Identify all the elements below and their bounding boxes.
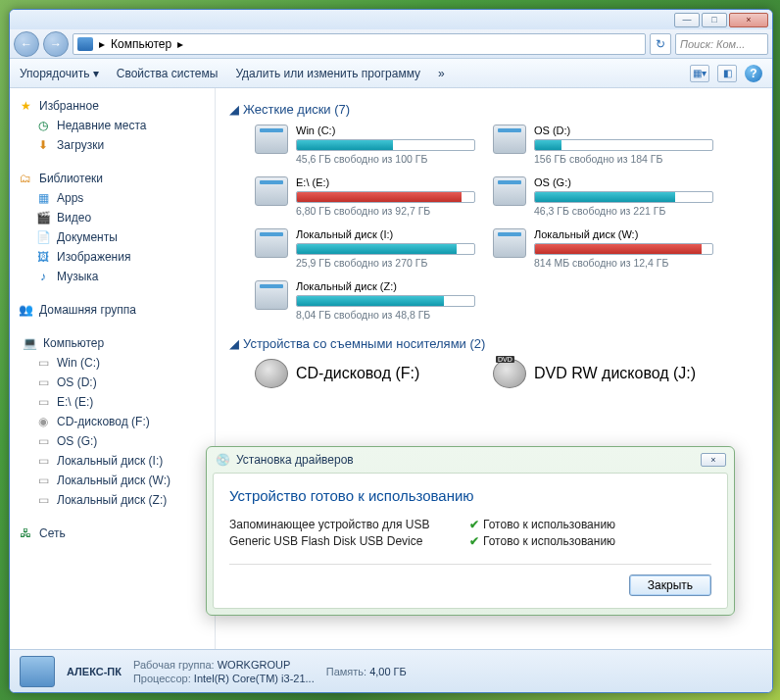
hdd-icon [493, 228, 526, 258]
removable-name: DVD RW дисковод (J:) [534, 365, 696, 382]
refresh-button[interactable]: ↻ [650, 33, 671, 55]
drive-freespace: 45,6 ГБ свободно из 100 ГБ [296, 153, 475, 165]
popup-close-button[interactable]: × [701, 453, 726, 467]
toolbar-overflow[interactable]: » [438, 67, 445, 80]
back-button[interactable]: ← [14, 31, 39, 57]
sidebar-downloads[interactable]: ⬇Загрузки [18, 135, 215, 155]
drive-item[interactable]: OS (D:)156 ГБ свободно из 184 ГБ [493, 125, 713, 165]
check-icon: ✔ [469, 534, 479, 548]
drive-name: E:\ (E:) [296, 176, 475, 188]
sidebar-apps[interactable]: ▦Apps [18, 188, 215, 208]
breadcrumb-sep: ▸ [177, 37, 183, 51]
toolbar: Упорядочить ▾ Свойства системы Удалить и… [10, 59, 772, 88]
organize-menu[interactable]: Упорядочить ▾ [20, 67, 99, 80]
forward-button[interactable]: → [43, 31, 69, 57]
libraries-icon: 🗂 [18, 171, 33, 186]
uninstall-change-program[interactable]: Удалить или изменить программу [235, 67, 420, 80]
nav-bar: ← → ▸ Компьютер ▸ ↻ Поиск: Ком... [10, 29, 772, 59]
sidebar-drive-e[interactable]: ▭E:\ (E:) [18, 392, 215, 412]
driver-status-row: Запоминающее устройство для USB✔Готово к… [229, 518, 711, 531]
minimize-button[interactable]: — [674, 13, 700, 27]
removable-item[interactable]: DVD RW дисковод (J:) [493, 359, 713, 388]
downloads-icon: ⬇ [35, 137, 51, 153]
usage-bar [534, 243, 713, 255]
installer-icon: 💿 [215, 452, 230, 468]
device-name: Generic USB Flash Disk USB Device [229, 534, 469, 548]
documents-icon: 📄 [35, 229, 51, 245]
sidebar-drive-f[interactable]: ◉CD-дисковод (F:) [18, 412, 215, 431]
drive-name: OS (D:) [534, 125, 713, 136]
drive-name: Локальный диск (I:) [296, 228, 475, 240]
recent-icon: ◷ [35, 118, 51, 133]
drive-freespace: 46,3 ГБ свободно из 221 ГБ [534, 205, 713, 217]
titlebar: — □ × [10, 10, 772, 29]
drive-freespace: 156 ГБ свободно из 184 ГБ [534, 153, 713, 165]
drive-icon: ▭ [35, 355, 51, 371]
network-header[interactable]: 🖧Сеть [18, 524, 215, 543]
drive-item[interactable]: Локальный диск (Z:)8,04 ГБ свободно из 4… [255, 280, 475, 321]
hdd-icon [493, 176, 526, 206]
sidebar-drive-g[interactable]: ▭OS (G:) [18, 431, 215, 451]
processor-value: Intel(R) Core(TM) i3-21... [194, 673, 315, 684]
hard-drives-header[interactable]: ◢ Жесткие диски (7) [229, 102, 758, 117]
hdd-icon [255, 228, 288, 258]
computer-header[interactable]: 💻Компьютер [18, 333, 215, 353]
sidebar-pictures[interactable]: 🖼Изображения [18, 247, 215, 267]
sidebar-drive-i[interactable]: ▭Локальный диск (I:) [18, 451, 215, 471]
drive-item[interactable]: OS (G:)46,3 ГБ свободно из 221 ГБ [493, 176, 713, 217]
hdd-icon [255, 280, 288, 310]
sidebar-music[interactable]: ♪Музыка [18, 267, 215, 286]
drive-freespace: 8,04 ГБ свободно из 48,8 ГБ [296, 309, 475, 321]
view-options-button[interactable]: ▦▾ [690, 65, 709, 82]
drive-item[interactable]: Локальный диск (I:)25,9 ГБ свободно из 2… [255, 228, 475, 269]
homegroup-icon: 👥 [18, 302, 33, 318]
drive-item[interactable]: Локальный диск (W:)814 МБ свободно из 12… [493, 228, 713, 269]
star-icon: ★ [18, 98, 33, 114]
sidebar-videos[interactable]: 🎬Видео [18, 208, 215, 227]
computer-icon [77, 37, 93, 51]
device-status: Готово к использованию [483, 518, 615, 531]
sidebar-drive-z[interactable]: ▭Локальный диск (Z:) [18, 490, 215, 510]
sidebar-drive-c[interactable]: ▭Win (C:) [18, 353, 215, 373]
drive-icon: ▭ [35, 473, 51, 488]
breadcrumb-sep: ▸ [99, 37, 105, 51]
favorites-header[interactable]: ★Избранное [18, 96, 215, 116]
hdd-icon [255, 176, 288, 206]
optical-drive-icon [493, 359, 526, 388]
usage-bar [534, 191, 713, 203]
video-icon: 🎬 [35, 210, 51, 225]
computer-name: АЛЕКС-ПК [67, 666, 122, 677]
popup-close-action[interactable]: Закрыть [629, 575, 711, 596]
drive-freespace: 6,80 ГБ свободно из 92,7 ГБ [296, 205, 475, 217]
removable-item[interactable]: CD-дисковод (F:) [255, 359, 475, 388]
workgroup-value: WORKGROUP [218, 659, 291, 671]
maximize-button[interactable]: □ [702, 13, 727, 27]
check-icon: ✔ [469, 518, 479, 531]
libraries-header[interactable]: 🗂Библиотеки [18, 169, 215, 188]
removable-header[interactable]: ◢ Устройства со съемными носителями (2) [229, 336, 758, 351]
usage-bar [296, 295, 475, 307]
usage-bar [296, 243, 475, 255]
sidebar-drive-d[interactable]: ▭OS (D:) [18, 373, 215, 392]
drive-icon: ▭ [35, 453, 51, 469]
help-button[interactable]: ? [745, 65, 762, 82]
sidebar-drive-w[interactable]: ▭Локальный диск (W:) [18, 471, 215, 490]
close-button[interactable]: × [729, 13, 768, 27]
pictures-icon: 🖼 [35, 249, 51, 265]
memory-value: 4,00 ГБ [369, 666, 407, 677]
drive-icon: ▭ [35, 394, 51, 410]
breadcrumb-item[interactable]: Компьютер [111, 37, 171, 51]
drive-item[interactable]: Win (C:)45,6 ГБ свободно из 100 ГБ [255, 125, 475, 165]
sidebar-documents[interactable]: 📄Документы [18, 227, 215, 247]
cd-drive-icon: ◉ [35, 414, 51, 429]
system-properties[interactable]: Свойства системы [117, 67, 219, 80]
drive-freespace: 814 МБ свободно из 12,4 ГБ [534, 257, 713, 269]
breadcrumb[interactable]: ▸ Компьютер ▸ [73, 33, 646, 55]
driver-status-row: Generic USB Flash Disk USB Device✔Готово… [229, 534, 711, 548]
search-input[interactable]: Поиск: Ком... [675, 33, 768, 55]
drive-item[interactable]: E:\ (E:)6,80 ГБ свободно из 92,7 ГБ [255, 176, 475, 217]
device-status: Готово к использованию [483, 534, 615, 548]
homegroup-header[interactable]: 👥Домашняя группа [18, 300, 215, 320]
sidebar-recent-places[interactable]: ◷Недавние места [18, 116, 215, 135]
preview-pane-button[interactable]: ◧ [717, 65, 737, 82]
